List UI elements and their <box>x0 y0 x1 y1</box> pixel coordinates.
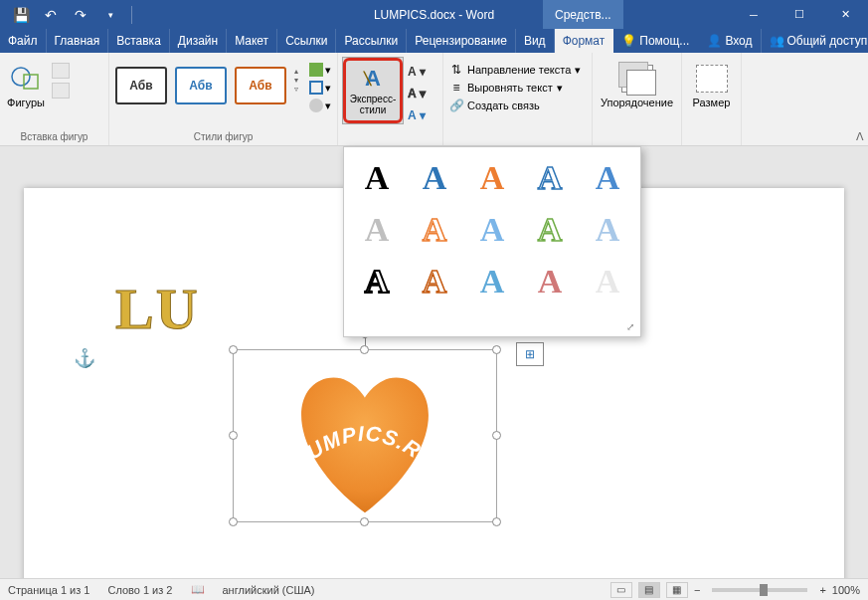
dropdown-expand-icon[interactable]: ⤢ <box>626 321 634 332</box>
share-button[interactable]: 👥Общий доступ <box>762 29 868 53</box>
tab-references[interactable]: Ссылки <box>277 29 336 53</box>
create-link-button[interactable]: 🔗Создать связь <box>449 99 581 112</box>
shape-style-gallery[interactable]: Абв Абв Абв <box>115 67 286 104</box>
resize-handle-bl[interactable] <box>229 517 238 526</box>
maximize-button[interactable]: ☐ <box>777 0 822 29</box>
status-words[interactable]: Слово 1 из 2 <box>107 584 172 596</box>
tab-layout[interactable]: Макет <box>227 29 277 53</box>
text-effects-button[interactable]: A ▾ <box>408 106 430 124</box>
group-label-insert: Вставка фигур <box>0 129 108 145</box>
wordart-quick-styles-button[interactable]: A╲ Экспресс- стили <box>342 57 404 124</box>
group-text: ⇅Направление текста ▾ ≡Выровнять текст ▾… <box>443 53 593 145</box>
qat-customize[interactable]: ▾ <box>97 3 123 27</box>
zoom-out-button[interactable]: − <box>694 584 700 596</box>
heart-shape[interactable]: LUMPICS.RU <box>262 359 467 522</box>
wordart-style-8[interactable]: A <box>473 211 511 249</box>
resize-handle-mr[interactable] <box>492 431 501 440</box>
tab-home[interactable]: Главная <box>47 29 109 53</box>
arrange-button[interactable]: Упорядочение <box>599 57 675 116</box>
shape-outline-button[interactable]: ▾ <box>309 81 331 95</box>
resize-handle-tl[interactable] <box>229 345 238 354</box>
layout-options-button[interactable]: ⊞ <box>516 342 544 366</box>
wordart-style-6[interactable]: A <box>358 211 396 249</box>
shape-effects-button[interactable]: ▾ <box>309 99 331 112</box>
group-wordart-styles: A╲ Экспресс- стили A ▾ A ▾ A ▾ <box>338 53 443 145</box>
tab-help[interactable]: 💡Помощ... <box>613 29 697 53</box>
size-icon <box>696 65 728 93</box>
resize-handle-tr[interactable] <box>492 345 501 354</box>
text-outline-button[interactable]: A ▾ <box>408 85 430 102</box>
tab-file[interactable]: Файл <box>0 29 47 53</box>
tab-view[interactable]: Вид <box>516 29 555 53</box>
text-direction-button[interactable]: ⇅Направление текста ▾ <box>449 63 581 77</box>
tab-insert[interactable]: Вставка <box>108 29 170 53</box>
wordart-style-5[interactable]: A <box>589 159 626 197</box>
collapse-ribbon-button[interactable]: ᐱ <box>856 130 864 143</box>
group-label-styles: Стили фигур <box>109 129 337 145</box>
style-preset-1[interactable]: Абв <box>115 67 167 104</box>
resize-handle-tm[interactable] <box>360 345 369 354</box>
wordart-style-1[interactable]: A <box>358 159 396 197</box>
gallery-more-button[interactable]: ▴▾▿ <box>290 67 301 94</box>
group-size: Размер <box>682 53 742 145</box>
text-fill-button[interactable]: A ▾ <box>408 63 430 81</box>
wordart-style-3[interactable]: A <box>473 159 511 197</box>
wordart-style-4[interactable]: A <box>531 159 569 197</box>
zoom-level[interactable]: 100% <box>832 584 860 596</box>
view-print-button[interactable]: ▤ <box>638 582 660 598</box>
svg-rect-1 <box>24 75 38 89</box>
save-button[interactable]: 💾 <box>8 3 34 27</box>
view-read-button[interactable]: ▭ <box>610 582 632 598</box>
status-page[interactable]: Страница 1 из 1 <box>8 584 89 596</box>
quick-access-toolbar: 💾 ↶ ↷ ▾ <box>0 3 136 27</box>
arrange-icon <box>621 65 653 93</box>
tab-design[interactable]: Дизайн <box>170 29 227 53</box>
align-text-button[interactable]: ≡Выровнять текст ▾ <box>449 81 581 95</box>
status-language[interactable]: английский (США) <box>223 584 315 596</box>
undo-button[interactable]: ↶ <box>38 3 64 27</box>
tab-review[interactable]: Рецензирование <box>407 29 516 53</box>
wordart-style-13[interactable]: A <box>473 263 511 300</box>
wordart-icon: A╲ <box>365 66 381 92</box>
style-preset-2[interactable]: Абв <box>175 67 227 104</box>
wordart-styles-dropdown: A A A A A A A A A A A A A A A ⤢ <box>343 146 641 337</box>
style-preset-3[interactable]: Абв <box>235 67 286 104</box>
close-button[interactable]: ✕ <box>822 0 868 29</box>
wordart-text-partial: LU <box>115 276 200 342</box>
ribbon: Фигуры Вставка фигур Абв Абв Абв ▴▾▿ ▾ ▾… <box>0 53 868 146</box>
edit-shape-button[interactable] <box>52 63 70 79</box>
tab-mailings[interactable]: Рассылки <box>336 29 407 53</box>
anchor-icon: ⚓ <box>74 347 95 369</box>
contextual-tools-label: Средств... <box>543 0 623 29</box>
size-button[interactable]: Размер <box>688 57 735 116</box>
status-bar: Страница 1 из 1 Слово 1 из 2 📖 английски… <box>0 578 868 600</box>
wordart-style-2[interactable]: A <box>416 159 453 197</box>
wordart-style-7[interactable]: A <box>416 211 453 249</box>
group-arrange: Упорядочение <box>593 53 682 145</box>
resize-handle-ml[interactable] <box>229 431 238 440</box>
wordart-style-10[interactable]: A <box>589 211 626 249</box>
zoom-in-button[interactable]: + <box>819 584 825 596</box>
svg-point-0 <box>12 68 30 86</box>
resize-handle-br[interactable] <box>492 517 501 526</box>
status-proofing-icon[interactable]: 📖 <box>191 583 205 596</box>
zoom-slider[interactable] <box>712 588 807 592</box>
ribbon-tabs: Файл Главная Вставка Дизайн Макет Ссылки… <box>0 29 868 53</box>
wordart-style-12[interactable]: A <box>416 263 453 300</box>
title-bar: 💾 ↶ ↷ ▾ LUMPICS.docx - Word Средств... ─… <box>0 0 868 29</box>
wordart-style-15[interactable]: A <box>589 263 626 300</box>
text-box-button[interactable] <box>52 83 70 99</box>
wordart-style-14[interactable]: A <box>531 263 569 300</box>
view-web-button[interactable]: ▦ <box>666 582 688 598</box>
wordart-style-9[interactable]: A <box>531 211 569 249</box>
wordart-style-11[interactable]: A <box>358 263 396 300</box>
shape-fill-button[interactable]: ▾ <box>309 63 331 77</box>
signin-button[interactable]: 👤Вход <box>699 29 761 53</box>
group-insert-shapes: Фигуры Вставка фигур <box>0 53 109 145</box>
redo-button[interactable]: ↷ <box>68 3 93 27</box>
shapes-button[interactable]: Фигуры <box>6 57 46 116</box>
minimize-button[interactable]: ─ <box>731 0 777 29</box>
group-shape-styles: Абв Абв Абв ▴▾▿ ▾ ▾ ▾ Стили фигур <box>109 53 338 145</box>
tab-format[interactable]: Формат <box>555 29 614 53</box>
